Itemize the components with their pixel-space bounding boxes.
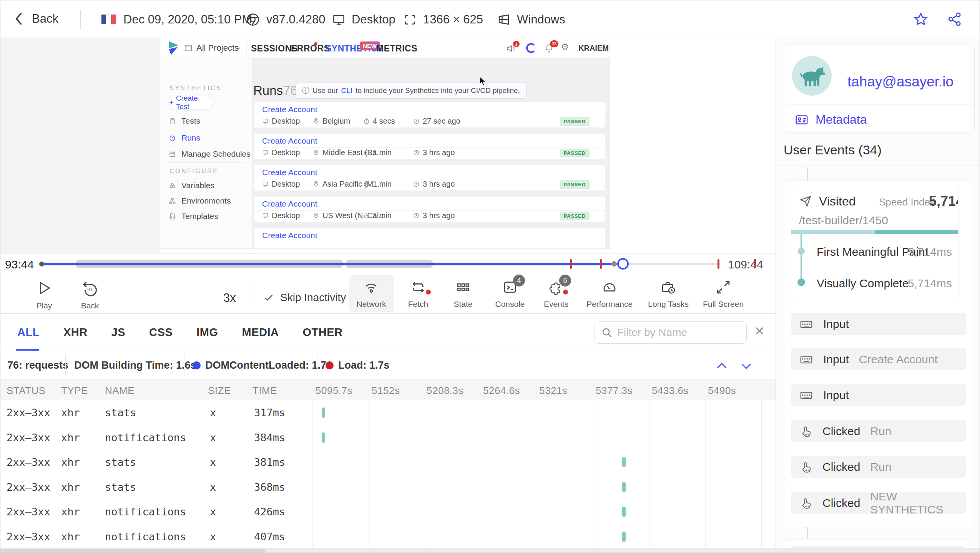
event-action: Input: [823, 318, 849, 331]
calendar-icon: [169, 151, 176, 158]
event-row-input[interactable]: Input: [791, 313, 966, 335]
dcl-dot: [193, 361, 201, 369]
time-cell: 368ms: [254, 481, 285, 493]
table-row[interactable]: 2xx–3xx xhr stats x 368ms: [0, 475, 775, 499]
events-tool-button[interactable]: 6 Events: [529, 279, 583, 309]
network-stats-bar: 76: requests DOM Building Time: 1.6s DOM…: [0, 351, 776, 379]
tab-css[interactable]: CSS: [149, 326, 173, 339]
time-tick: 5208.3s: [427, 385, 463, 397]
skip-inactivity-toggle[interactable]: Skip Inactivity: [263, 291, 346, 304]
recorded-cursor: [478, 76, 488, 86]
id-card-icon: [795, 113, 809, 127]
fetch-activity-dot: [426, 290, 431, 295]
status-badge: PASSED: [560, 212, 590, 220]
status-cell: 2xx–3xx: [7, 432, 50, 444]
event-row-input[interactable]: Input Create Account: [791, 348, 966, 370]
run-time-ago: 3 hrs ago: [413, 211, 455, 220]
time-cell: 317ms: [254, 407, 285, 419]
size-cell: x: [210, 481, 216, 493]
avatar: [792, 56, 832, 96]
run-device: Desktop: [262, 148, 300, 157]
table-row[interactable]: 2xx–3xx xhr stats x 381ms: [0, 450, 775, 474]
tab-errors: ERRORS: [291, 43, 330, 54]
session-info-sidebar: tahay@asayer.io Metadata User Events (34…: [776, 38, 980, 553]
settings-gear-icon: ⚙: [561, 41, 569, 52]
full-screen-tool-button[interactable]: Full Screen: [696, 279, 750, 309]
skip-marker: [611, 261, 618, 267]
tab-xhr[interactable]: XHR: [63, 326, 88, 339]
tab-media[interactable]: MEDIA: [242, 326, 279, 339]
filter-box[interactable]: [595, 321, 747, 344]
run-time-ago: 3 hrs ago: [413, 180, 455, 189]
horizontal-scrollbar[interactable]: [0, 548, 980, 553]
back-label: Back: [32, 12, 58, 26]
visited-event-card[interactable]: Visited Speed Index 5,714 /test-builder/…: [791, 186, 958, 300]
table-row[interactable]: 2xx–3xx xhr notifications x 426ms: [0, 499, 775, 524]
user-email[interactable]: tahay@asayer.io: [847, 74, 953, 90]
sidebar-divider: [776, 166, 980, 166]
metadata-button[interactable]: Metadata: [795, 113, 867, 127]
project-selector: All Projects: [196, 43, 239, 53]
skip-inactivity-label: Skip Inactivity: [280, 291, 346, 304]
event-marker[interactable]: [754, 259, 756, 268]
state-tool-button[interactable]: State: [436, 279, 490, 309]
event-row-clicked[interactable]: Clicked NEW SYNTHETICS: [791, 492, 966, 514]
event-marker[interactable]: [570, 259, 572, 269]
long-tasks-tool-button[interactable]: Long Tasks: [641, 279, 695, 309]
replay-stage: All Projects ⌄ SESSIONS ERRORS SYNTHETIC…: [0, 38, 776, 253]
col-time: TIME: [252, 385, 277, 397]
size-cell: x: [210, 456, 216, 468]
sidebar-item-label: Tests: [181, 116, 200, 126]
playhead[interactable]: [617, 258, 629, 270]
topbar-divider: [80, 10, 81, 29]
network-tool-button[interactable]: Network: [344, 279, 398, 309]
event-marker[interactable]: [600, 259, 602, 269]
time-cell: 426ms: [254, 506, 285, 518]
table-row[interactable]: 2xx–3xx xhr notifications x 384ms: [0, 425, 775, 450]
col-status: STATUS: [7, 385, 46, 397]
jump-next-icon[interactable]: [739, 359, 754, 373]
progress-bar: [42, 263, 623, 265]
favorite-star-icon[interactable]: [913, 11, 929, 27]
sitemap-icon: [169, 197, 176, 205]
filter-by-name-input[interactable]: [617, 326, 733, 339]
events-activity-dot: [563, 290, 568, 295]
time-tick: 5377.3s: [596, 385, 633, 397]
console-tool-button[interactable]: 4 Console: [483, 279, 537, 309]
top-bar: Back Dec 09, 2020, 05:10 PM v87.0.4280 D…: [0, 0, 980, 38]
event-marker[interactable]: [718, 259, 719, 269]
close-panel-icon[interactable]: ✕: [754, 324, 765, 338]
back-button[interactable]: Back: [13, 10, 58, 27]
sidebar-item-environments: Environments: [169, 196, 231, 205]
puzzle-icon: 6: [548, 279, 564, 295]
sidebar-item-tests: Tests: [169, 116, 200, 126]
event-row-clicked[interactable]: Clicked Run: [791, 420, 966, 442]
table-row[interactable]: 2xx–3xx xhr stats x 317ms: [0, 400, 775, 425]
sidebar-item-label: Environments: [181, 196, 231, 205]
event-row-input[interactable]: Input: [791, 384, 966, 406]
run-duration: 1 min: [363, 211, 392, 220]
user-card: tahay@asayer.io Metadata: [785, 45, 975, 133]
tab-other[interactable]: OTHER: [302, 326, 342, 339]
event-target: Run: [870, 425, 891, 438]
tab-js[interactable]: JS: [111, 326, 125, 339]
run-test-name: Create Account: [262, 199, 317, 209]
fullscreen-icon: [715, 279, 731, 295]
fmp-dot: [798, 248, 805, 255]
speed-toggle[interactable]: 3x: [223, 291, 236, 305]
performance-tool-button[interactable]: Performance: [583, 279, 636, 309]
time-tick: 5095.7s: [316, 385, 352, 397]
dom-content-loaded: DOMContentLoaded: 1.7s: [193, 359, 332, 371]
tab-all[interactable]: ALL: [17, 326, 40, 339]
recorded-sidebar: SYNTHETICS + Create Test Tests Runs Mana…: [160, 58, 252, 249]
back-10s-button[interactable]: 10 Back: [63, 279, 117, 310]
share-icon[interactable]: [947, 11, 963, 27]
event-row-clicked[interactable]: Clicked Run: [791, 456, 966, 478]
announcement-badge: 1: [513, 41, 520, 47]
scrollbar-thumb[interactable]: [0, 549, 266, 553]
chevron-left-icon: [13, 10, 25, 27]
tab-img[interactable]: IMG: [196, 326, 218, 339]
table-row[interactable]: 2xx–3xx xhr notifications x 407ms: [0, 524, 775, 549]
resolution-brackets-icon: [403, 13, 417, 26]
jump-previous-icon[interactable]: [714, 359, 729, 373]
